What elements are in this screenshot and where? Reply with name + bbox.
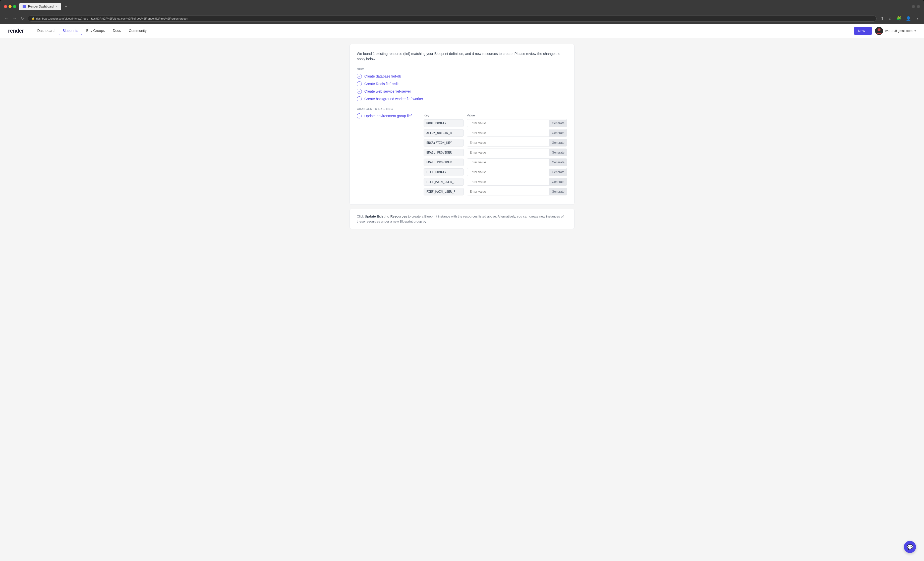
- nav-item-env-groups[interactable]: Env Groups: [82, 27, 108, 35]
- window-control[interactable]: [917, 5, 920, 8]
- resource-arrow-icon: [357, 96, 362, 101]
- resource-label: Create web service fief-server: [364, 89, 411, 93]
- env-key: EMAIL_PROVIDER: [424, 149, 464, 156]
- nav-item-community[interactable]: Community: [125, 27, 150, 35]
- resource-code: fief-server: [396, 89, 411, 93]
- env-value-input[interactable]: [467, 120, 549, 127]
- user-info[interactable]: fvoron@gmail.com ▾: [875, 27, 916, 35]
- share-button[interactable]: ⬆: [879, 15, 885, 22]
- lock-icon: 🔒: [32, 17, 34, 20]
- table-row: EMAIL_PROVIDER_ Generate: [424, 158, 567, 166]
- nav-item-dashboard[interactable]: Dashboard: [34, 27, 58, 35]
- new-tab-button[interactable]: +: [63, 4, 69, 9]
- env-value-container: Generate: [467, 188, 567, 196]
- resource-code: fief-db: [391, 74, 401, 78]
- generate-button[interactable]: Generate: [549, 120, 567, 127]
- nav-buttons: ← → ↻: [3, 15, 26, 22]
- table-row: EMAIL_PROVIDER Generate: [424, 148, 567, 156]
- list-item[interactable]: Create background worker fief-worker: [357, 96, 567, 101]
- profile-button[interactable]: 👤: [904, 15, 912, 22]
- env-key: ROOT_DOMAIN: [424, 120, 464, 127]
- address-text: dashboard.render.com/blueprint/new?repo=…: [36, 17, 188, 20]
- resource-code: fief-worker: [407, 97, 423, 101]
- tab-title: Render Dashboard: [28, 5, 54, 8]
- table-row: FIEF_DOMAIN Generate: [424, 168, 567, 176]
- generate-button[interactable]: Generate: [549, 129, 567, 136]
- env-value-input[interactable]: [467, 168, 549, 176]
- tab-close-button[interactable]: ×: [56, 4, 57, 9]
- env-value-input[interactable]: [467, 149, 549, 156]
- env-value-container: Generate: [467, 148, 567, 156]
- new-button[interactable]: New +: [854, 27, 872, 35]
- tab-bar: Render Dashboard × +: [19, 3, 909, 10]
- env-value-input[interactable]: [467, 139, 549, 146]
- info-text: We found 1 existing resource (fief) matc…: [357, 51, 567, 62]
- footer-text: Click Update Existing Resources to creat…: [357, 214, 567, 224]
- env-value-input[interactable]: [467, 129, 549, 136]
- address-bar[interactable]: 🔒 dashboard.render.com/blueprint/new?rep…: [28, 16, 876, 22]
- app-logo[interactable]: render: [8, 28, 24, 34]
- toolbar-actions: ⬆ ☆ 🧩 👤 ⋮: [879, 15, 921, 22]
- nav-item-blueprints[interactable]: Blueprints: [59, 27, 82, 35]
- env-table-header: Key Value: [424, 114, 567, 117]
- traffic-light-green[interactable]: [13, 5, 16, 8]
- env-key: FIEF_MAIN_USER_E: [424, 178, 464, 186]
- generate-button[interactable]: Generate: [549, 149, 567, 156]
- menu-button[interactable]: ⋮: [914, 15, 921, 22]
- generate-button[interactable]: Generate: [549, 159, 567, 166]
- traffic-light-red[interactable]: [4, 5, 7, 8]
- app-header: render Dashboard Blueprints Env Groups D…: [0, 24, 924, 38]
- table-row: ALLOW_ORIGIN_R Generate: [424, 129, 567, 137]
- generate-button[interactable]: Generate: [549, 139, 567, 146]
- window-control[interactable]: [912, 5, 915, 8]
- nav-item-docs[interactable]: Docs: [109, 27, 124, 35]
- list-item[interactable]: Create database fief-db: [357, 74, 567, 79]
- list-item[interactable]: Create web service fief-server: [357, 89, 567, 94]
- generate-button[interactable]: Generate: [549, 178, 567, 186]
- chat-widget[interactable]: 💬: [904, 541, 916, 553]
- bookmark-button[interactable]: ☆: [887, 15, 893, 22]
- reload-button[interactable]: ↻: [19, 15, 26, 22]
- env-value-input[interactable]: [467, 159, 549, 166]
- env-group-row: Update environment group fief Key Value: [357, 114, 567, 197]
- footer-card: Click Update Existing Resources to creat…: [350, 209, 574, 229]
- table-row: FIEF_MAIN_USER_P Generate: [424, 188, 567, 196]
- back-button[interactable]: ←: [3, 15, 10, 22]
- env-value-container: Generate: [467, 178, 567, 186]
- new-section-label: NEW: [357, 68, 567, 71]
- forward-button[interactable]: →: [11, 15, 18, 22]
- env-key: ALLOW_ORIGIN_R: [424, 129, 464, 137]
- env-value-input[interactable]: [467, 178, 549, 186]
- resource-label: Create background worker fief-worker: [364, 97, 423, 101]
- header-actions: New + fvoron@gmail.com ▾: [854, 27, 916, 35]
- list-item[interactable]: Create Redis fief-redis: [357, 81, 567, 86]
- avatar-image: [875, 27, 883, 35]
- footer-prefix: Click: [357, 214, 365, 218]
- env-value-container: Generate: [467, 139, 567, 147]
- table-row: ROOT_DOMAIN Generate: [424, 119, 567, 127]
- env-group-label[interactable]: Update environment group fief: [357, 114, 412, 118]
- content-card: We found 1 existing resource (fief) matc…: [350, 44, 574, 205]
- resource-arrow-icon: [357, 89, 362, 94]
- generate-button[interactable]: Generate: [549, 169, 567, 176]
- tab-favicon: [22, 5, 26, 8]
- env-group-code: fief: [407, 114, 412, 118]
- env-value-input[interactable]: [467, 188, 549, 195]
- generate-button[interactable]: Generate: [549, 188, 567, 195]
- browser-chrome: Render Dashboard × + ← → ↻ 🔒 dashboard.r…: [0, 0, 924, 561]
- chat-icon: 💬: [907, 544, 913, 550]
- resource-arrow-icon: [357, 81, 362, 86]
- browser-toolbar: ← → ↻ 🔒 dashboard.render.com/blueprint/n…: [0, 13, 924, 24]
- footer-link[interactable]: Update Existing Resources: [365, 214, 407, 218]
- user-chevron: ▾: [915, 29, 916, 33]
- env-key: FIEF_MAIN_USER_P: [424, 188, 464, 196]
- browser-tab-active[interactable]: Render Dashboard ×: [19, 3, 61, 10]
- browser-titlebar: Render Dashboard × +: [0, 0, 924, 13]
- env-key: FIEF_DOMAIN: [424, 168, 464, 176]
- table-row: ENCRYPTION_KEY Generate: [424, 139, 567, 147]
- extensions-button[interactable]: 🧩: [895, 15, 903, 22]
- traffic-light-yellow[interactable]: [9, 5, 12, 8]
- user-avatar: [875, 27, 883, 35]
- user-email: fvoron@gmail.com: [885, 29, 912, 33]
- env-table: Key Value ROOT_DOMAIN Generate: [424, 114, 567, 197]
